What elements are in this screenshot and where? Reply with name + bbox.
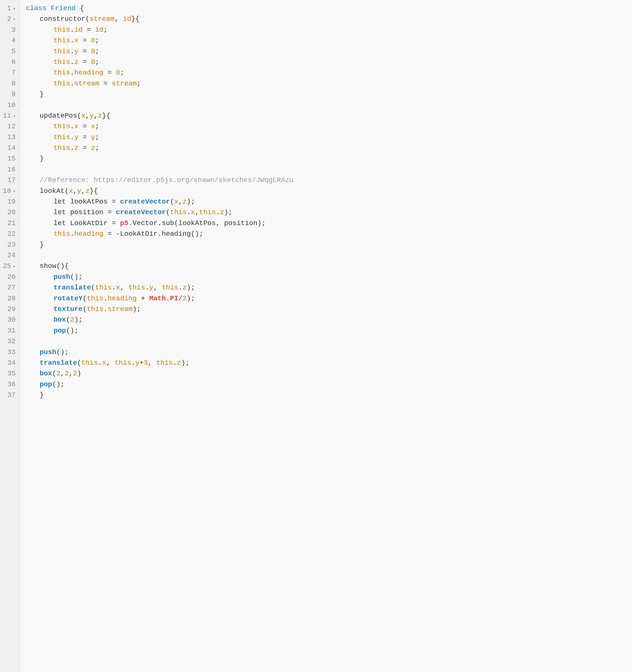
- code-line: this.y = 0;: [20, 46, 632, 57]
- token-plain: .: [173, 358, 177, 368]
- token-lib-name: Math: [149, 293, 166, 304]
- token-num: 2: [73, 368, 77, 379]
- token-num: 2: [70, 314, 74, 325]
- fold-arrow-icon[interactable]: ▾: [12, 189, 16, 193]
- fold-arrow-icon[interactable]: ▾: [12, 7, 16, 10]
- token-name-class: Friend: [51, 3, 76, 14]
- token-prop: stream: [108, 304, 133, 314]
- line-number-value: 24: [7, 250, 16, 261]
- line-number: 32: [0, 336, 20, 346]
- token-num: 3: [144, 358, 148, 368]
- token-plain: show: [40, 261, 56, 271]
- token-prop: x: [102, 358, 106, 368]
- token-plain: constructor: [40, 14, 86, 24]
- token-this-kw: this: [156, 358, 173, 368]
- token-plain: ,: [61, 368, 65, 379]
- token-plain: {: [76, 3, 84, 14]
- token-kw-bold: createVector: [120, 196, 170, 207]
- line-number: 34: [0, 358, 20, 368]
- token-plain: ;: [137, 78, 141, 89]
- fold-arrow-icon[interactable]: ▾: [12, 17, 16, 21]
- token-this-kw: this: [53, 143, 70, 153]
- line-number-value: 11: [3, 111, 11, 121]
- token-plain: LookAtDir =: [70, 218, 120, 229]
- fold-arrow-icon[interactable]: ▾: [12, 264, 16, 268]
- token-kw-bold: push: [53, 272, 70, 282]
- token-param: x: [81, 111, 86, 121]
- code-line: box(2,2,2): [20, 368, 632, 379]
- token-plain: ;: [95, 57, 99, 67]
- token-prop: id: [74, 25, 83, 35]
- token-prop: heading: [74, 67, 103, 78]
- token-plain: ,: [178, 196, 183, 207]
- code-line: push();: [20, 272, 632, 282]
- line-number: 18▾: [0, 186, 20, 196]
- token-this-kw: this: [81, 358, 98, 368]
- token-param: id: [123, 14, 131, 24]
- fold-arrow-icon[interactable]: ▾: [12, 114, 16, 118]
- token-this-kw: this: [53, 229, 70, 239]
- line-number: 25▾: [0, 261, 20, 271]
- token-kw-bold: texture: [53, 304, 83, 314]
- token-plain: lookAtPos =: [70, 196, 120, 207]
- token-plain: }{: [90, 186, 98, 196]
- token-plain: ;: [95, 132, 99, 143]
- token-plain: .: [98, 358, 102, 368]
- line-number-value: 34: [7, 358, 16, 368]
- line-number-value: 31: [7, 326, 16, 336]
- token-kw-class: class: [26, 3, 51, 14]
- token-prop: heading: [108, 293, 137, 304]
- code-line: pop();: [20, 379, 632, 390]
- token-prop: z: [183, 282, 187, 293]
- code-line: let position = createVector(this.x,this.…: [20, 207, 632, 218]
- line-number: 24: [0, 250, 20, 261]
- token-plain: ,: [106, 358, 115, 368]
- token-num: 2: [56, 368, 61, 379]
- token-this-kw: this: [170, 207, 187, 218]
- token-param: z: [183, 196, 187, 207]
- token-param: id: [95, 25, 103, 35]
- token-plain: /: [178, 293, 183, 304]
- line-number-value: 12: [7, 121, 16, 132]
- token-param: x: [91, 121, 95, 132]
- token-lib-name: PI: [170, 293, 179, 304]
- token-plain: (: [86, 14, 90, 24]
- token-plain: }: [40, 239, 44, 250]
- token-this-kw: this: [53, 78, 70, 89]
- code-area[interactable]: class Friend {constructor(stream, id}{th…: [20, 0, 632, 672]
- token-plain: );: [133, 304, 141, 314]
- token-plain: ,: [69, 368, 73, 379]
- line-number: 36: [0, 379, 20, 390]
- token-plain: .: [103, 304, 108, 314]
- line-number-value: 2: [7, 14, 11, 24]
- line-number: 16: [0, 164, 20, 175]
- token-plain: position =: [70, 207, 116, 218]
- line-number-value: 23: [7, 239, 16, 250]
- token-plain: =: [103, 67, 116, 78]
- token-plain: ;: [120, 67, 124, 78]
- line-number-value: 6: [11, 57, 16, 67]
- token-this-kw: this: [53, 57, 70, 67]
- token-prop: z: [74, 143, 78, 153]
- token-lib-name: p5: [120, 218, 128, 229]
- line-number-value: 7: [11, 67, 16, 78]
- line-number: 21: [0, 218, 20, 229]
- line-number: 3: [0, 25, 20, 35]
- code-line: [20, 250, 632, 261]
- code-line: //Reference: https://editor.p5js.org/sha…: [20, 175, 632, 186]
- token-plain: }: [40, 390, 44, 400]
- token-plain: .: [70, 46, 74, 57]
- line-number: 14: [0, 143, 20, 153]
- code-line: let LookAtDir = p5.Vector.sub(lookAtPos,…: [20, 218, 632, 229]
- line-number-value: 13: [7, 132, 16, 143]
- token-var-kw: let: [53, 196, 70, 207]
- token-kw-bold: rotateY: [53, 293, 83, 304]
- token-plain: ();: [66, 326, 78, 336]
- token-prop: z: [74, 57, 78, 67]
- line-number-value: 17: [7, 175, 16, 186]
- code-line: this.heading = -LookAtDir.heading();: [20, 229, 632, 239]
- line-number: 4: [0, 35, 20, 46]
- code-line: this.id = id;: [20, 25, 632, 35]
- token-param: z: [86, 186, 90, 196]
- code-line: }: [20, 239, 632, 250]
